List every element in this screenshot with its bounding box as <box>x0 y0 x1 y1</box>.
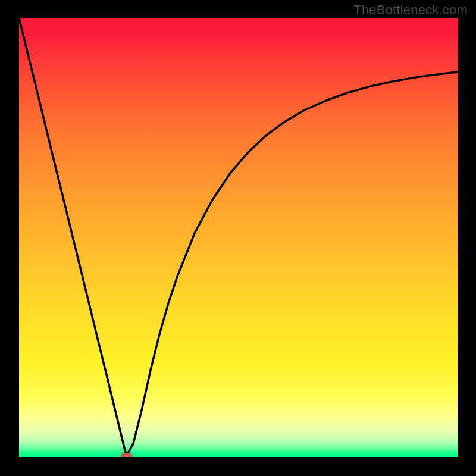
watermark-text: TheBottleneck.com <box>353 2 468 18</box>
plot-area <box>19 18 458 457</box>
minimum-marker <box>121 453 133 457</box>
chart-frame: TheBottleneck.com <box>0 0 476 476</box>
curve-line <box>19 18 458 457</box>
